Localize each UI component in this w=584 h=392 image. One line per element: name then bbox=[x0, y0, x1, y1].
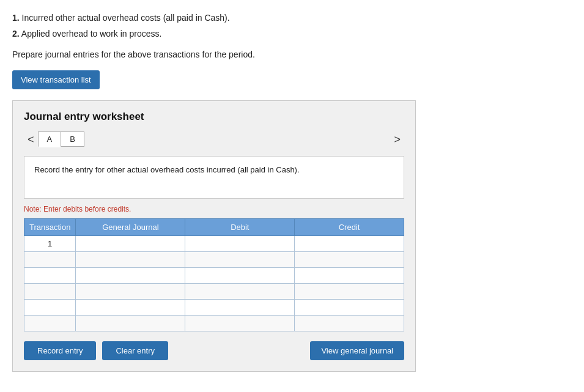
transaction-cell bbox=[24, 299, 76, 315]
debit-input[interactable] bbox=[185, 236, 294, 251]
prev-tab-arrow[interactable]: < bbox=[24, 133, 38, 146]
note-text: Note: Enter debits before credits. bbox=[24, 205, 404, 213]
transaction-cell bbox=[24, 251, 76, 267]
transaction-cell bbox=[24, 267, 76, 283]
tab-a[interactable]: A bbox=[38, 131, 62, 147]
debit-input[interactable] bbox=[185, 268, 294, 283]
table-row bbox=[24, 283, 404, 299]
record-entry-button[interactable]: Record entry bbox=[24, 341, 96, 360]
general-journal-input[interactable] bbox=[76, 252, 185, 267]
worksheet-title: Journal entry worksheet bbox=[24, 111, 404, 123]
debit-input[interactable] bbox=[185, 252, 294, 267]
worksheet-container: Journal entry worksheet < A B > Record t… bbox=[12, 100, 416, 372]
debit-cell[interactable] bbox=[185, 283, 295, 299]
credit-cell[interactable] bbox=[295, 267, 404, 283]
general-journal-input[interactable] bbox=[76, 268, 185, 283]
credit-input[interactable] bbox=[295, 252, 404, 267]
table-row bbox=[24, 251, 404, 267]
credit-input[interactable] bbox=[295, 284, 404, 299]
general-journal-cell[interactable] bbox=[76, 235, 185, 251]
table-row: 1 bbox=[24, 235, 404, 251]
debit-cell[interactable] bbox=[185, 251, 295, 267]
credit-input[interactable] bbox=[295, 300, 404, 315]
line1-text: Incurred other actual overhead costs (al… bbox=[22, 13, 230, 23]
instruction-text: Record the entry for other actual overhe… bbox=[34, 165, 300, 174]
tab-navigation: < A B > bbox=[24, 131, 404, 147]
view-transaction-button[interactable]: View transaction list bbox=[12, 70, 100, 89]
col-credit: Credit bbox=[295, 218, 404, 235]
debit-cell[interactable] bbox=[185, 299, 295, 315]
general-journal-cell[interactable] bbox=[76, 251, 185, 267]
prepare-text: Prepare journal entries for the above tr… bbox=[12, 50, 572, 59]
col-debit: Debit bbox=[185, 218, 295, 235]
general-journal-input[interactable] bbox=[76, 316, 185, 331]
credit-input[interactable] bbox=[295, 268, 404, 283]
general-journal-cell[interactable] bbox=[76, 299, 185, 315]
tab-b[interactable]: B bbox=[61, 131, 84, 147]
col-transaction: Transaction bbox=[24, 218, 76, 235]
transaction-cell bbox=[24, 283, 76, 299]
general-journal-input[interactable] bbox=[76, 236, 185, 251]
line2-text: Applied overhead to work in process. bbox=[21, 29, 162, 39]
credit-cell[interactable] bbox=[295, 251, 404, 267]
transaction-cell: 1 bbox=[24, 235, 76, 251]
transaction-cell bbox=[24, 315, 76, 331]
general-journal-input[interactable] bbox=[76, 300, 185, 315]
instruction-box: Record the entry for other actual overhe… bbox=[24, 156, 404, 199]
clear-entry-button[interactable]: Clear entry bbox=[102, 341, 168, 360]
debit-cell[interactable] bbox=[185, 267, 295, 283]
credit-cell[interactable] bbox=[295, 283, 404, 299]
line2-num: 2. bbox=[12, 29, 20, 39]
general-journal-cell[interactable] bbox=[76, 283, 185, 299]
debit-input[interactable] bbox=[185, 316, 294, 331]
general-journal-input[interactable] bbox=[76, 284, 185, 299]
credit-cell[interactable] bbox=[295, 315, 404, 331]
button-row: Record entry Clear entry View general jo… bbox=[24, 341, 404, 360]
general-journal-cell[interactable] bbox=[76, 267, 185, 283]
credit-cell[interactable] bbox=[295, 235, 404, 251]
next-tab-arrow[interactable]: > bbox=[390, 133, 404, 146]
general-journal-cell[interactable] bbox=[76, 315, 185, 331]
credit-cell[interactable] bbox=[295, 299, 404, 315]
table-row bbox=[24, 315, 404, 331]
debit-cell[interactable] bbox=[185, 315, 295, 331]
journal-table: Transaction General Journal Debit Credit… bbox=[24, 218, 404, 331]
credit-input[interactable] bbox=[295, 316, 404, 331]
debit-input[interactable] bbox=[185, 300, 294, 315]
table-row bbox=[24, 299, 404, 315]
debit-input[interactable] bbox=[185, 284, 294, 299]
line1-num: 1. bbox=[12, 13, 20, 23]
col-general-journal: General Journal bbox=[76, 218, 185, 235]
credit-input[interactable] bbox=[295, 236, 404, 251]
debit-cell[interactable] bbox=[185, 235, 295, 251]
table-row bbox=[24, 267, 404, 283]
view-general-journal-button[interactable]: View general journal bbox=[310, 341, 404, 360]
